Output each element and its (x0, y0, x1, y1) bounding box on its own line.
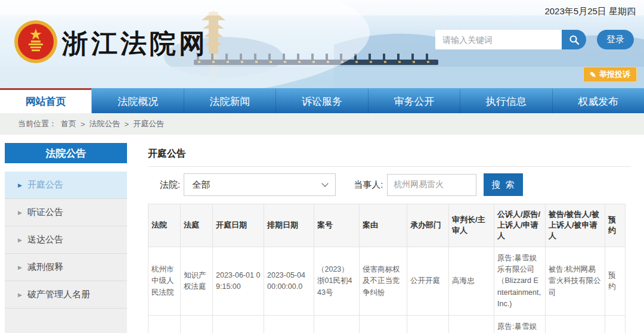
table-header: 法院法庭开庭日期排期日期案号案由承办部门审判长/主审人公诉人/原告/上诉人/申请… (148, 204, 626, 247)
table-search-button[interactable]: 搜 索 (484, 173, 523, 196)
table-column-header: 预约 (605, 204, 626, 247)
sidebar-item[interactable]: ▶减刑假释 (5, 254, 127, 281)
table-cell: 杭州市中级人民法院 (148, 247, 181, 316)
current-date: 2023年5月25日 星期四 (544, 6, 636, 17)
table-cell: 知识产权法庭 (181, 316, 213, 333)
sidebar-item-label: 送达公告 (27, 234, 63, 245)
table-cell: 被告:杭州网易雷火科技有限公司 (546, 247, 605, 316)
site-title: 浙江法院网 (62, 26, 208, 61)
search-input[interactable] (435, 30, 562, 49)
breadcrumb-link[interactable]: 开庭公告 (133, 119, 164, 129)
table-column-header: 法院 (148, 204, 181, 247)
table-cell: 2023-06-01 14:30:00 (213, 316, 264, 333)
search-button[interactable] (562, 30, 586, 49)
table-column-header: 开庭日期 (213, 204, 264, 247)
sidebar: 法院公告 ▶开庭公告▶听证公告▶送达公告▶减刑假释▶破产管理人名册 (5, 143, 127, 333)
report-button-label: 举报投诉 (599, 69, 630, 80)
nav-tab[interactable]: 审务公开 (369, 88, 460, 113)
table-cell: 著作权侵权纠纷 (360, 316, 407, 333)
sidebar-item[interactable]: ▶送达公告 (5, 226, 127, 254)
sidebar-title: 法院公告 (5, 143, 127, 163)
report-complaint-button[interactable]: ✎ 举报投诉 (583, 67, 637, 82)
table-row: 杭州市中级人民法院知识产权法庭2023-06-01 14:30:002023-0… (148, 316, 626, 333)
sidebar-item-label: 开庭公告 (27, 179, 63, 191)
party-input[interactable] (387, 174, 476, 196)
nav-tab[interactable]: 法院概况 (92, 88, 184, 113)
nav-tab[interactable]: 执行信息 (460, 88, 552, 113)
main-navigation: 网站首页法院概况法院新闻诉讼服务审务公开执行信息权威发布 (0, 88, 644, 113)
sidebar-item[interactable]: ▶开庭公告 (5, 172, 127, 199)
search-icon (569, 35, 580, 45)
table-column-header: 法庭 (181, 204, 213, 247)
nav-tab[interactable]: 权威发布 (553, 88, 644, 113)
sidebar-item-label: 听证公告 (27, 207, 63, 218)
filter-bar: 法院: 全部 当事人: 搜 索 (148, 167, 631, 203)
nav-tab[interactable]: 网站首页 (0, 88, 92, 113)
table-header-row: 法院法庭开庭日期排期日期案号案由承办部门审判长/主审人公诉人/原告/上诉人/申请… (148, 204, 626, 247)
reserve-link[interactable]: 预约 (605, 247, 626, 316)
breadcrumb-separator: > (125, 120, 129, 129)
breadcrumb: 当前位置： 首页>法院公告>开庭公告 (0, 113, 644, 135)
table-cell: 杭州市中级人民法院 (148, 316, 181, 333)
header-search: 登录 (435, 30, 634, 49)
triangle-bullet-icon: ▶ (18, 292, 22, 298)
table-cell: 2023-06-01 09:15:00 (213, 247, 264, 316)
sidebar-item[interactable]: ▶听证公告 (5, 199, 127, 226)
table-cell: 原告:暴雪娱乐有限公司（Blizzard Entertainment, Inc.… (494, 316, 546, 333)
reserve-link[interactable]: 预约 (605, 316, 626, 333)
table-cell: 高海忠 (449, 247, 494, 316)
nav-tab[interactable]: 诉讼服务 (276, 88, 368, 113)
table-column-header: 公诉人/原告/上诉人/申请人 (494, 204, 546, 247)
triangle-bullet-icon: ▶ (18, 210, 22, 216)
court-select[interactable]: 全部 (184, 173, 336, 196)
table-cell: 2023-05-04 00:00:00.0 (264, 247, 314, 316)
table-cell: 知识产权法庭 (181, 247, 213, 316)
table-column-header: 案号 (314, 204, 360, 247)
login-button[interactable]: 登录 (597, 30, 634, 49)
triangle-bullet-icon: ▶ (18, 237, 22, 243)
table-column-header: 排期日期 (264, 204, 314, 247)
triangle-bullet-icon: ▶ (18, 182, 22, 188)
table-cell: （2023）浙01民初443号 (314, 247, 360, 316)
table-cell: 原告:暴雪娱乐有限公司（Blizzard Entertainment, Inc.… (494, 247, 546, 316)
breadcrumb-links: 首页>法院公告>开庭公告 (57, 119, 168, 129)
table-cell: 公开开庭 (407, 247, 449, 316)
pen-report-icon: ✎ (590, 71, 596, 79)
sidebar-item[interactable]: ▶破产管理人名册 (5, 281, 127, 309)
table-row: 杭州市中级人民法院知识产权法庭2023-06-01 09:15:002023-0… (148, 247, 626, 316)
breadcrumb-link[interactable]: 首页 (61, 119, 76, 129)
table-cell: 被告:杭州网易雷火科技有限公司 (546, 316, 605, 333)
sidebar-menu: ▶开庭公告▶听证公告▶送达公告▶减刑假释▶破产管理人名册 (5, 172, 127, 333)
table-cell: 王玲 (449, 316, 494, 333)
national-emblem-logo (13, 19, 58, 64)
site-header: 浙江法院网 2023年5月25日 星期四 登录 ✎ 举报投诉 (0, 0, 644, 88)
main-panel: 开庭公告 法院: 全部 当事人: 搜 索 法院法庭开庭日期排期日期案号案由承办部… (148, 135, 631, 333)
court-filter-label: 法院: (160, 179, 180, 191)
breadcrumb-link[interactable]: 法院公告 (89, 119, 120, 129)
table-column-header: 被告/被告人/被上诉人/被申请人 (546, 204, 605, 247)
page-title: 开庭公告 (148, 148, 631, 160)
sidebar-item-label: 减刑假释 (27, 262, 63, 273)
party-filter-label: 当事人: (354, 179, 383, 191)
hearing-announcement-table: 法院法庭开庭日期排期日期案号案由承办部门审判长/主审人公诉人/原告/上诉人/申请… (148, 204, 626, 333)
sidebar-item-label: 破产管理人名册 (27, 289, 90, 300)
table-cell: 侵害商标权及不正当竞争纠纷 (360, 247, 407, 316)
triangle-bullet-icon: ▶ (18, 264, 22, 270)
court-select-value: 全部 (192, 179, 210, 191)
page-content: 法院公告 ▶开庭公告▶听证公告▶送达公告▶减刑假释▶破产管理人名册 开庭公告 法… (0, 135, 644, 333)
table-cell: （2023）浙01民初444号 (314, 316, 360, 333)
chevron-down-icon (322, 180, 329, 186)
table-body: 杭州市中级人民法院知识产权法庭2023-06-01 09:15:002023-0… (148, 247, 626, 333)
nav-tab[interactable]: 法院新闻 (184, 88, 276, 113)
table-cell: 公开开庭 (407, 316, 449, 333)
breadcrumb-separator: > (80, 120, 85, 129)
table-column-header: 案由 (360, 204, 407, 247)
table-column-header: 审判长/主审人 (449, 204, 494, 247)
table-column-header: 承办部门 (407, 204, 449, 247)
table-cell: 2023-05-04 00:00:00.0 (264, 316, 314, 333)
breadcrumb-prefix: 当前位置： (18, 119, 57, 129)
